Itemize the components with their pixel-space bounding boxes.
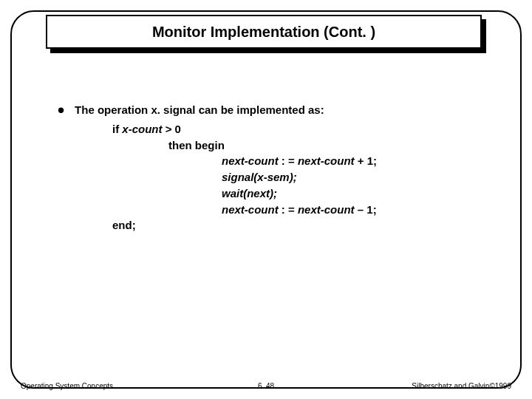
title-box: Monitor Implementation (Cont. ) [46,15,482,49]
l4c: next-count [298,203,355,216]
footer-right-a: Silberschatz and Galvin [412,382,489,390]
l4a: next-count [222,203,279,216]
footer: Operating System Concepts 6. 48 Silbersc… [21,382,511,390]
end-semi: ; [132,219,136,231]
l1a: next-count [222,154,279,167]
footer-right-b: 1999 [495,382,511,390]
content: • The operation x. signal can be impleme… [58,102,486,233]
if-cond: x-count [119,123,166,135]
l4b: : = [279,203,298,216]
l1d: + 1; [355,154,377,167]
page-title: Monitor Implementation (Cont. ) [152,24,375,41]
footer-center: 6. 48 [258,382,274,390]
l4d: – 1; [355,203,377,216]
kw-then: then begin [168,139,225,151]
slide: Monitor Implementation (Cont. ) • The op… [0,0,532,399]
code-line-4: next-count : = next-count – 1; [58,202,486,218]
kw-end: end [112,219,132,231]
if-rest: > 0 [166,123,181,135]
code-line-then: then begin [58,137,486,154]
l3a: wait(next); [222,187,277,200]
l1b: : = [279,154,298,167]
kw-if: if [112,123,119,135]
code-line-2: signal(x-sem); [58,169,486,185]
pseudocode: if x-count > 0 then begin next-count : =… [58,121,486,233]
bullet-row: • The operation x. signal can be impleme… [58,102,486,118]
bullet-text: The operation x. signal can be implement… [75,102,486,118]
l2a: signal(x-sem); [222,171,297,183]
code-line-1: next-count : = next-count + 1; [58,153,486,169]
code-line-end: end; [58,217,486,233]
copy-icon: © [489,382,494,390]
footer-left: Operating System Concepts [21,382,113,390]
code-line-3: wait(next); [58,185,486,202]
bullet-icon: • [58,105,64,115]
code-line-if: if x-count > 0 [58,121,486,137]
footer-right: Silberschatz and Galvin©1999 [412,382,511,390]
l1c: next-count [298,154,355,167]
